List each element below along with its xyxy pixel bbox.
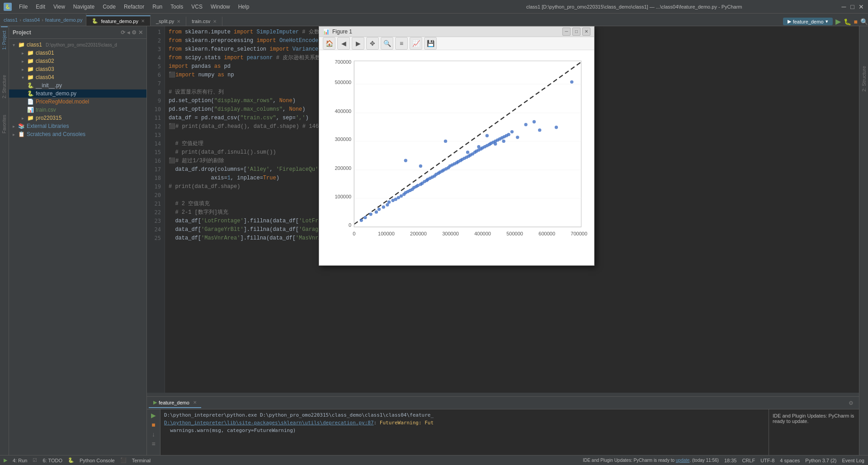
- editor-toolbar-right: ▶ feature_demo ▾ ▶ 🐛 ■ 🔍: [783, 17, 868, 26]
- run-tab-close-icon[interactable]: ✕: [193, 400, 197, 405]
- svg-point-26: [377, 207, 381, 211]
- panel-header: Project ⟳ ◂ ⚙ ✕: [9, 26, 146, 39]
- menu-window[interactable]: Window: [207, 3, 234, 11]
- python-console-label[interactable]: Python Console: [80, 458, 115, 463]
- figure-close-button[interactable]: ✕: [582, 28, 590, 36]
- fig-save-button[interactable]: 💾: [424, 37, 437, 50]
- tab-close-csv[interactable]: ✕: [213, 19, 217, 24]
- figure-maximize-button[interactable]: □: [572, 28, 580, 36]
- indent-indicator[interactable]: 4 spaces: [780, 458, 800, 463]
- settings-run-button[interactable]: ≡: [150, 440, 158, 448]
- tree-model-file[interactable]: 📄 PriceRegModel.model: [9, 98, 146, 106]
- encoding-indicator[interactable]: UTF-8: [760, 458, 774, 463]
- tree-train-csv[interactable]: 📊 train.csv: [9, 106, 146, 114]
- fig-home-button[interactable]: 🏠: [323, 37, 335, 50]
- close-panel-icon[interactable]: ✕: [138, 29, 143, 36]
- event-log-label[interactable]: Event Log: [842, 458, 864, 463]
- tree-feature-demo-py[interactable]: 🐍 feature_demo.py: [9, 89, 146, 98]
- close-button[interactable]: ✕: [858, 3, 864, 10]
- run-content: ▶ ■ ↓ ≡ D:\python_intepreter\python.exe …: [147, 409, 859, 455]
- menu-navigate[interactable]: Navigate: [70, 3, 98, 11]
- fig-forward-button[interactable]: ▶: [352, 37, 364, 50]
- menu-view[interactable]: View: [50, 3, 69, 11]
- favorites-icon[interactable]: Favorites: [1, 111, 8, 137]
- fig-back-button[interactable]: ◀: [337, 37, 350, 50]
- tree-label-class03: class03: [36, 66, 54, 72]
- svg-point-92: [524, 123, 527, 126]
- tree-pro220315[interactable]: ▸ 📁 pro220315: [9, 114, 146, 122]
- tab-feature-demo[interactable]: 🐍 feature_demo.py ✕: [86, 15, 151, 26]
- run-tab-feature[interactable]: ▶ feature_demo ✕: [149, 398, 201, 408]
- tree-label-scratch: Scratches and Consoles: [27, 131, 85, 137]
- breadcrumb-class1[interactable]: class1: [4, 17, 18, 23]
- tree-class01[interactable]: ▸ 📁 class01: [9, 49, 146, 57]
- svg-point-94: [477, 145, 480, 148]
- rerun-button[interactable]: ▶: [150, 411, 158, 419]
- structure-icon[interactable]: 2: Structure: [1, 71, 8, 102]
- crlf-indicator[interactable]: CRLF: [742, 458, 755, 463]
- tab-close-split[interactable]: ✕: [177, 19, 180, 24]
- svg-point-93: [533, 120, 536, 123]
- terminal-icon: ⬛: [120, 457, 127, 463]
- stop-button[interactable]: ■: [854, 18, 858, 25]
- minimize-button[interactable]: ─: [840, 3, 847, 10]
- svg-point-97: [516, 136, 519, 139]
- update-link[interactable]: update: [792, 418, 807, 424]
- todo-label[interactable]: 6: TODO: [42, 458, 62, 463]
- tree-init-py[interactable]: 🐍 __init__.py: [9, 81, 146, 89]
- project-tab-icon[interactable]: 1: Project: [1, 26, 8, 53]
- titlebar: 🐍 File Edit View Navigate Code Refactor …: [0, 0, 868, 14]
- structure-tab[interactable]: 2: Structure: [860, 62, 868, 95]
- line-col-indicator[interactable]: 18:35: [724, 458, 737, 463]
- svg-text:500000: 500000: [335, 80, 351, 85]
- tab-train-csv[interactable]: train.csv ✕: [186, 17, 222, 26]
- deprecation-link[interactable]: D:\python_intepreter\lib\site-packages\s…: [164, 420, 374, 426]
- tab-split[interactable]: _split.py ✕: [151, 17, 186, 26]
- stop-run-button[interactable]: ■: [150, 421, 158, 429]
- fig-pan-button[interactable]: ✥: [366, 37, 379, 50]
- run-config-dropdown[interactable]: ▾: [826, 19, 828, 24]
- editor-run-container: 1 2 3 4 5 6 7 8 9 10 11 12 13 14 15 16 1…: [147, 26, 859, 455]
- tab-close-feature[interactable]: ✕: [141, 19, 145, 23]
- svg-point-95: [494, 142, 497, 146]
- menu-file[interactable]: File: [15, 3, 31, 11]
- update-statusbar-link[interactable]: update: [676, 458, 690, 463]
- menu-tools[interactable]: Tools: [167, 3, 187, 11]
- tree-class02[interactable]: ▸ 📁 class02: [9, 57, 146, 65]
- menu-run[interactable]: Run: [149, 3, 166, 11]
- menu-code[interactable]: Code: [99, 3, 119, 11]
- horizontal-scrollbar[interactable]: [147, 393, 859, 396]
- menu-edit[interactable]: Edit: [32, 3, 49, 11]
- terminal-label[interactable]: Terminal: [132, 458, 151, 463]
- menu-refactor[interactable]: Refactor: [120, 3, 148, 11]
- breadcrumb-file[interactable]: feature_demo.py: [45, 17, 83, 23]
- fig-zoom-button[interactable]: 🔍: [381, 37, 393, 50]
- menu-vcs[interactable]: VCS: [188, 3, 206, 11]
- python-version-indicator[interactable]: Python 3.7 (2): [805, 458, 836, 463]
- tree-class03[interactable]: ▸ 📁 class03: [9, 65, 146, 73]
- tree-class04[interactable]: ▾ 📁 class04: [9, 73, 146, 81]
- run-status-label[interactable]: 4: Run: [13, 458, 27, 463]
- breadcrumb-class04[interactable]: class04: [23, 17, 40, 23]
- tree-root[interactable]: ▾ 📁 class1 D:\python_pro_omo220315\class…: [9, 41, 146, 49]
- maximize-button[interactable]: □: [849, 3, 856, 10]
- fig-adjust-button[interactable]: ≡: [395, 37, 408, 50]
- menu-help[interactable]: Help: [235, 3, 253, 11]
- tree-scratches-consoles[interactable]: ▸ 📋 Scratches and Consoles: [9, 130, 146, 138]
- fig-plot-button[interactable]: 📈: [410, 37, 422, 50]
- run-button[interactable]: ▶: [835, 17, 841, 26]
- collapse-icon[interactable]: ◂: [127, 29, 130, 36]
- tree-external-libraries[interactable]: ▸ 📚 External Libraries: [9, 122, 146, 130]
- run-config-selector[interactable]: ▶ feature_demo ▾: [783, 18, 833, 25]
- figure-title: Figure 1: [332, 28, 560, 35]
- debug-button[interactable]: 🐛: [844, 18, 851, 25]
- panel-title: Project: [13, 29, 31, 36]
- gear-settings-icon[interactable]: ⚙: [132, 29, 137, 36]
- scroll-end-button[interactable]: ↓: [150, 430, 158, 438]
- search-everywhere-button[interactable]: 🔍: [860, 18, 868, 25]
- sync-icon[interactable]: ⟳: [121, 29, 125, 36]
- line-num-11: 11: [147, 114, 161, 122]
- line-num-14: 14: [147, 140, 161, 148]
- settings-icon[interactable]: ⚙: [849, 400, 854, 406]
- figure-minimize-button[interactable]: ─: [562, 28, 571, 36]
